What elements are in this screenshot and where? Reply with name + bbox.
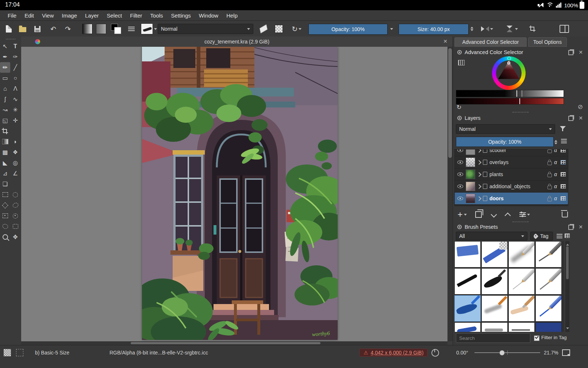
- brush-preset-partial-3[interactable]: [508, 322, 535, 332]
- redo-button[interactable]: ↷: [63, 24, 73, 34]
- preset-scroll-thumb[interactable]: [566, 246, 569, 279]
- alpha-icon[interactable]: α: [554, 183, 558, 189]
- assistants-tool[interactable]: ⊿: [0, 168, 10, 179]
- canvas-artwork[interactable]: worthy6: [142, 47, 338, 340]
- selection-display-toggle[interactable]: [16, 348, 23, 357]
- magnetic-select-tool[interactable]: [10, 210, 20, 221]
- menu-help[interactable]: Help: [222, 12, 242, 19]
- multibrush-tool[interactable]: ✳: [10, 105, 20, 115]
- tag-button[interactable]: Tag: [530, 232, 553, 240]
- menu-image[interactable]: Image: [58, 12, 81, 19]
- line-tool[interactable]: ╱: [10, 62, 20, 73]
- brush-preset-paintbrush[interactable]: [508, 295, 535, 322]
- color-wheel[interactable]: [492, 56, 526, 90]
- saturation-gradient-bar[interactable]: [456, 98, 564, 105]
- close-docker-icon[interactable]: ✕: [579, 115, 583, 121]
- color-sampler-tool[interactable]: ◗: [10, 136, 20, 147]
- document-tab-title[interactable]: cozy_tenement.kra (2.9 GiB): [21, 39, 453, 45]
- visibility-eye-icon[interactable]: [457, 172, 464, 177]
- brush-preset-soft-pencil[interactable]: [508, 241, 535, 268]
- float-docker-icon[interactable]: [568, 50, 573, 55]
- layer-row-plants[interactable]: plants α: [455, 168, 568, 181]
- menu-select[interactable]: Select: [103, 12, 126, 19]
- menu-layer[interactable]: Layer: [81, 12, 103, 19]
- duplicate-layer-button[interactable]: [473, 209, 484, 220]
- fg-bg-color-selector[interactable]: [110, 24, 122, 34]
- chevron-right-icon[interactable]: [477, 184, 481, 189]
- layer-name[interactable]: scooter: [489, 149, 545, 153]
- tab-tool-options[interactable]: Tool Options: [528, 37, 567, 47]
- rotation-angle-label[interactable]: 0.00°: [456, 348, 468, 357]
- contiguous-select-tool[interactable]: [10, 221, 20, 232]
- text-tool[interactable]: T: [10, 41, 20, 52]
- gradient-chooser-button[interactable]: [82, 24, 93, 34]
- measure-tool[interactable]: ∠: [10, 168, 20, 179]
- vscroll-thumb[interactable]: [448, 48, 452, 158]
- layer-name[interactable]: additional_objects: [489, 183, 545, 189]
- close-docker-icon[interactable]: ✕: [579, 224, 583, 230]
- menu-filter[interactable]: Filter: [126, 12, 146, 19]
- lock-icon[interactable]: [547, 162, 552, 165]
- move-layer-up-button[interactable]: [503, 209, 513, 220]
- brush-preset-black-brush[interactable]: [481, 268, 508, 295]
- canvas-only-mode-button[interactable]: [562, 348, 570, 357]
- tab-advanced-color-selector[interactable]: Advanced Color Selector: [454, 37, 527, 47]
- freehand-path-tool[interactable]: ∿: [10, 94, 20, 105]
- opacity-slider[interactable]: Opacity: 100%: [308, 24, 388, 35]
- layer-opacity-slider[interactable]: Opacity: 100%: [456, 137, 554, 147]
- alpha-icon[interactable]: α: [554, 159, 558, 165]
- fill-tool[interactable]: ◣: [0, 158, 10, 168]
- brush-preset-partial-4[interactable]: [535, 322, 562, 332]
- mirror-vertical-button[interactable]: [504, 24, 519, 34]
- similar-color-select-tool[interactable]: [0, 210, 10, 221]
- brush-preset-partial-2[interactable]: [481, 322, 508, 332]
- transform-tool[interactable]: ◱: [0, 115, 10, 126]
- pattern-chooser-button[interactable]: [96, 24, 107, 34]
- freehand-brush-tool[interactable]: ✏: [0, 62, 10, 73]
- brush-settings-button[interactable]: [126, 24, 137, 34]
- freehand-select-tool[interactable]: [10, 200, 20, 210]
- preset-tag-filter-dropdown[interactable]: All: [456, 232, 527, 240]
- canvas-horizontal-scrollbar[interactable]: [21, 341, 447, 345]
- current-brush-preset-label[interactable]: b) Basic-5 Size: [35, 348, 69, 357]
- chevron-right-icon[interactable]: [477, 196, 481, 201]
- preset-grid-scrollbar[interactable]: [565, 241, 569, 332]
- docker-lock-icon[interactable]: [457, 225, 462, 229]
- lock-icon[interactable]: [547, 174, 552, 177]
- alpha-icon[interactable]: α: [554, 149, 558, 153]
- zoom-slider-handle[interactable]: [499, 350, 505, 356]
- layer-name[interactable]: doors: [489, 196, 545, 201]
- bezier-curve-tool[interactable]: ʃ: [0, 94, 10, 105]
- hscroll-thumb[interactable]: [131, 342, 320, 344]
- brush-size-slider[interactable]: Size: 40.00 px: [399, 24, 469, 35]
- workspace-chooser-button[interactable]: [558, 24, 570, 34]
- brush-preset-chooser-button[interactable]: [141, 24, 157, 34]
- undo-button[interactable]: ↶: [48, 24, 58, 34]
- docker-lock-icon[interactable]: [457, 50, 462, 54]
- zoom-slider-track[interactable]: [474, 349, 540, 356]
- value-gradient-bar[interactable]: [456, 90, 564, 97]
- docker-splitter-handle[interactable]: [512, 112, 529, 113]
- menu-edit[interactable]: Edit: [20, 12, 38, 19]
- rectangle-tool[interactable]: ▭: [0, 73, 10, 83]
- layer-name[interactable]: overlays: [489, 159, 545, 165]
- layer-styles-icon[interactable]: [561, 160, 566, 164]
- preserve-alpha-button[interactable]: [274, 24, 284, 34]
- visibility-eye-icon[interactable]: [457, 160, 464, 165]
- save-button[interactable]: [32, 24, 42, 34]
- add-layer-button[interactable]: +: [457, 209, 468, 220]
- layer-properties-button[interactable]: [517, 209, 532, 220]
- brush-preset-eraser[interactable]: [454, 241, 481, 268]
- layer-name[interactable]: plants: [489, 171, 545, 177]
- mirror-horizontal-button[interactable]: [480, 24, 494, 34]
- layer-row-additional-objects[interactable]: additional_objects α: [455, 181, 568, 193]
- docker-splitter-handle[interactable]: [512, 221, 529, 222]
- layer-row-overlays[interactable]: overlays α: [455, 156, 568, 168]
- rectangular-select-tool[interactable]: [0, 189, 10, 200]
- filter-in-tag-checkbox[interactable]: [534, 335, 539, 341]
- select-shapes-tool[interactable]: ↖: [0, 41, 10, 52]
- brush-preset-blue-pencil[interactable]: [535, 295, 562, 322]
- no-color-icon[interactable]: ⊘: [578, 104, 583, 110]
- alpha-icon[interactable]: α: [554, 196, 558, 201]
- brush-preset-marker[interactable]: [481, 241, 508, 268]
